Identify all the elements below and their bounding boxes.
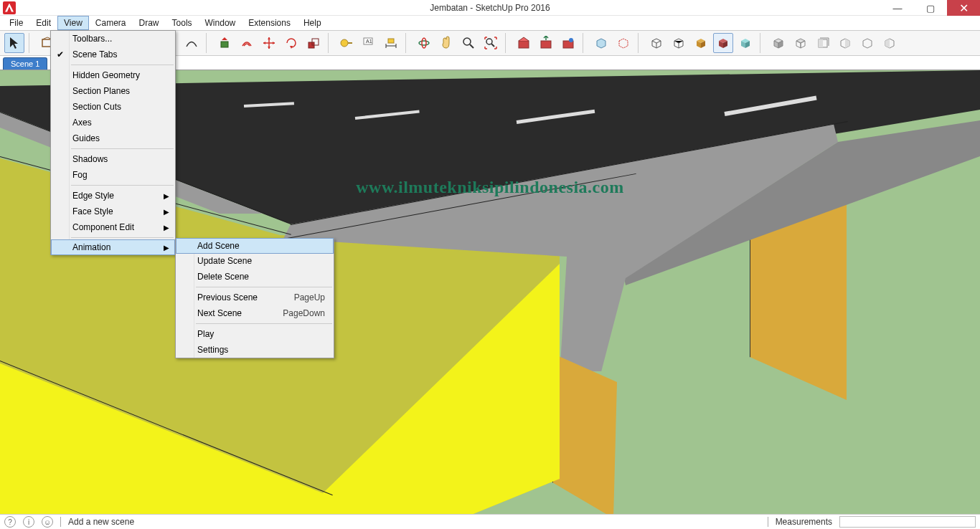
tool-shaded-textures[interactable] bbox=[713, 33, 733, 53]
dd-section-cuts[interactable]: Section Cuts bbox=[51, 99, 175, 115]
tool-share-model[interactable] bbox=[536, 33, 556, 53]
svg-point-19 bbox=[569, 38, 573, 42]
menu-draw[interactable]: Draw bbox=[133, 16, 166, 30]
menu-help[interactable]: Help bbox=[297, 16, 328, 30]
tool-move[interactable] bbox=[259, 33, 279, 53]
tool-hidden-line[interactable] bbox=[669, 33, 689, 53]
svg-point-8 bbox=[341, 39, 348, 47]
dd-shadows[interactable]: Shadows bbox=[51, 151, 175, 167]
menu-bar: File Edit View Camera Draw Tools Window … bbox=[0, 16, 980, 30]
sub-previous-scene[interactable]: Previous ScenePageUp bbox=[176, 290, 334, 305]
submenu-arrow-icon: ▶ bbox=[164, 192, 169, 200]
sub-next-scene[interactable]: Next ScenePageDown bbox=[176, 305, 334, 321]
dd-axes[interactable]: Axes bbox=[51, 115, 175, 130]
menu-extensions[interactable]: Extensions bbox=[242, 16, 297, 30]
measurements-input[interactable] bbox=[839, 516, 976, 528]
menu-camera[interactable]: Camera bbox=[89, 16, 133, 30]
tool-monochrome[interactable] bbox=[735, 33, 755, 53]
dd-toolbars[interactable]: Toolbars... bbox=[51, 31, 175, 47]
sub-update-scene[interactable]: Update Scene bbox=[176, 253, 334, 269]
tool-right-view[interactable] bbox=[835, 33, 855, 53]
menu-view[interactable]: View bbox=[57, 16, 89, 30]
tool-push-pull[interactable] bbox=[215, 33, 235, 53]
svg-point-14 bbox=[463, 38, 471, 45]
svg-rect-17 bbox=[541, 41, 551, 48]
menu-edit[interactable]: Edit bbox=[29, 16, 57, 30]
sub-play[interactable]: Play bbox=[176, 326, 334, 342]
svg-point-12 bbox=[419, 41, 429, 45]
sub-settings[interactable]: Settings bbox=[176, 342, 334, 358]
dd-scene-tabs[interactable]: ✔Scene Tabs bbox=[51, 47, 175, 62]
svg-text:A1: A1 bbox=[366, 39, 372, 44]
submenu-arrow-icon: ▶ bbox=[164, 244, 169, 252]
dd-animation[interactable]: Animation▶ bbox=[51, 239, 175, 255]
submenu-arrow-icon: ▶ bbox=[164, 208, 169, 216]
svg-rect-16 bbox=[519, 41, 529, 48]
tool-tape-measure[interactable] bbox=[336, 33, 357, 53]
svg-rect-5 bbox=[221, 42, 228, 47]
svg-rect-11 bbox=[388, 39, 394, 43]
tool-select[interactable] bbox=[4, 33, 24, 53]
dd-component-edit[interactable]: Component Edit▶ bbox=[51, 219, 175, 235]
tool-3d-warehouse[interactable] bbox=[514, 33, 534, 53]
svg-point-15 bbox=[486, 39, 492, 44]
scene-tab-1[interactable]: Scene 1 bbox=[3, 57, 47, 70]
tool-offset[interactable] bbox=[237, 33, 257, 53]
tool-pan[interactable] bbox=[436, 33, 456, 53]
tool-back-edges[interactable] bbox=[613, 33, 633, 53]
tool-top-view[interactable] bbox=[791, 33, 811, 53]
tool-text[interactable]: A1 bbox=[359, 33, 379, 53]
title-bar: Jembatan - SketchUp Pro 2016 — ▢ ✕ bbox=[0, 0, 980, 16]
tool-shaded[interactable] bbox=[691, 33, 711, 53]
tool-scale[interactable] bbox=[303, 33, 324, 53]
measurements-label: Measurements bbox=[776, 517, 832, 527]
dd-hidden-geometry[interactable]: Hidden Geometry bbox=[51, 67, 175, 83]
view-dropdown: Toolbars... ✔Scene Tabs Hidden Geometry … bbox=[50, 30, 176, 255]
tool-arc[interactable] bbox=[182, 33, 202, 53]
tool-left-view[interactable] bbox=[880, 33, 900, 53]
dd-fog[interactable]: Fog bbox=[51, 167, 175, 183]
window-title: Jembatan - SketchUp Pro 2016 bbox=[430, 3, 550, 13]
tool-zoom[interactable] bbox=[458, 33, 479, 53]
sub-add-scene[interactable]: Add Scene bbox=[176, 238, 334, 254]
maximize-button[interactable]: ▢ bbox=[914, 0, 947, 16]
app-icon bbox=[3, 1, 16, 14]
tool-zoom-extents[interactable] bbox=[481, 33, 501, 53]
info-icon[interactable]: i bbox=[23, 516, 34, 528]
tool-front-view[interactable] bbox=[813, 33, 833, 53]
menu-tools[interactable]: Tools bbox=[166, 16, 199, 30]
help-icon[interactable]: ? bbox=[4, 516, 16, 528]
close-button[interactable]: ✕ bbox=[947, 0, 980, 16]
pier-near bbox=[552, 353, 639, 515]
window-controls: — ▢ ✕ bbox=[881, 0, 980, 16]
dd-guides[interactable]: Guides bbox=[51, 130, 175, 146]
tool-dimension[interactable] bbox=[381, 33, 401, 53]
tool-xray[interactable] bbox=[591, 33, 611, 53]
tool-orbit[interactable] bbox=[414, 33, 434, 53]
status-hint: Add a new scene bbox=[68, 517, 134, 527]
submenu-arrow-icon: ▶ bbox=[164, 224, 169, 232]
menu-file[interactable]: File bbox=[3, 16, 29, 30]
minimize-button[interactable]: — bbox=[881, 0, 914, 16]
tool-rotate[interactable] bbox=[281, 33, 301, 53]
animation-submenu: Add Scene Update Scene Delete Scene Prev… bbox=[175, 238, 334, 358]
tool-iso-view[interactable] bbox=[768, 33, 788, 53]
dd-face-style[interactable]: Face Style▶ bbox=[51, 204, 175, 219]
menu-window[interactable]: Window bbox=[199, 16, 242, 30]
svg-point-13 bbox=[422, 38, 426, 48]
tool-wireframe[interactable] bbox=[646, 33, 666, 53]
sub-delete-scene[interactable]: Delete Scene bbox=[176, 269, 334, 285]
check-icon: ✔ bbox=[57, 49, 64, 59]
tool-extension-warehouse[interactable] bbox=[558, 33, 578, 53]
user-icon[interactable]: ☺ bbox=[42, 516, 53, 528]
status-bar: ? i ☺ Add a new scene Measurements bbox=[0, 515, 980, 529]
dd-edge-style[interactable]: Edge Style▶ bbox=[51, 188, 175, 204]
dd-section-planes[interactable]: Section Planes bbox=[51, 83, 175, 99]
watermark-text: www.ilmutekniksipilindonesia.com bbox=[356, 178, 623, 197]
tool-back-view[interactable] bbox=[857, 33, 877, 53]
